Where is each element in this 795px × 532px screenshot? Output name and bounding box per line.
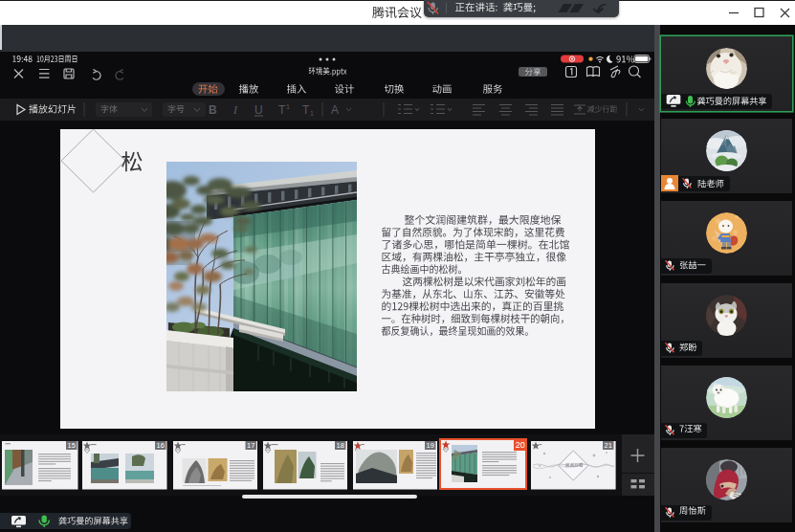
svg-text:T: T xyxy=(302,103,310,117)
svg-text:A: A xyxy=(331,103,339,117)
svg-text:16: 16 xyxy=(157,441,165,450)
svg-text:17: 17 xyxy=(247,441,254,450)
svg-text:15: 15 xyxy=(68,441,76,450)
svg-text:19: 19 xyxy=(427,441,434,450)
svg-text:1: 1 xyxy=(286,103,290,110)
svg-text:T: T xyxy=(278,103,286,117)
svg-text:B: B xyxy=(209,103,217,117)
svg-text:1: 1 xyxy=(310,110,314,117)
svg-text:U: U xyxy=(254,103,263,117)
svg-text:I: I xyxy=(232,103,238,117)
svg-text:21: 21 xyxy=(605,441,612,450)
svg-text:18: 18 xyxy=(336,441,343,450)
